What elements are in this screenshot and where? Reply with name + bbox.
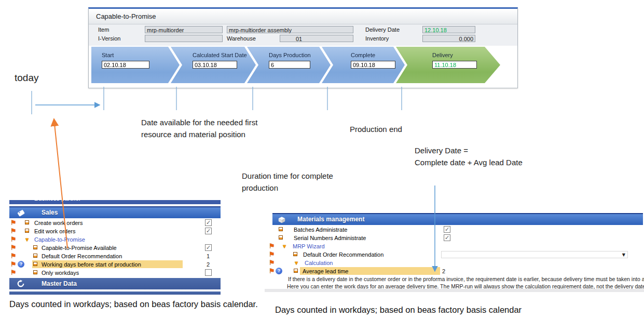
item-field[interactable]: mrp-multiorder	[145, 26, 223, 33]
materials-section-header[interactable]: Materials management	[272, 213, 643, 225]
setting-label: Default Order Recommendation	[42, 252, 122, 260]
capable-to-promise-available-checkbox[interactable]: ✓	[205, 244, 212, 251]
chevron-complete-input[interactable]: 09.10.18	[351, 61, 395, 69]
dropdown-arrow-icon: ▼	[622, 253, 625, 258]
refresh-icon	[17, 280, 25, 288]
materials-section-title: Materials management	[297, 214, 364, 225]
flag-icon: ⚑	[269, 242, 275, 250]
sales-section-title: Sales	[42, 207, 58, 218]
delivery-date-formula-line1: Delivery Date =	[415, 145, 523, 157]
row-edit-work-orders: ⚑ Edit work orders ✓	[9, 227, 221, 235]
working-days-before-start-value[interactable]: 2	[204, 261, 221, 268]
row-working-days-before-start: ⚑ ? Working days before start of product…	[9, 260, 221, 269]
row-create-work-orders: ⚑ Create work orders ✓	[9, 219, 221, 227]
inventory-label: Inventory	[365, 35, 389, 42]
serial-numbers-administrate-checkbox[interactable]: ✓	[444, 234, 450, 241]
clipped-section-bar: Business partner	[9, 200, 221, 204]
edit-work-orders-checkbox[interactable]: ✓	[205, 228, 212, 234]
flag-icon: ⚑	[269, 250, 275, 258]
package-icon	[277, 216, 286, 224]
caption-right: Days counted in workdays; based on beas …	[275, 305, 522, 315]
create-work-orders-checkbox[interactable]: ✓	[205, 219, 212, 226]
flag-icon: ⚑	[269, 259, 275, 267]
setting-bullet-icon	[279, 235, 283, 240]
expander-icon[interactable]: ▼	[283, 243, 286, 251]
flag-icon: ⚑	[10, 235, 17, 243]
flag-icon: ⚑	[10, 252, 17, 260]
setting-label: Working days before start of production	[42, 260, 141, 269]
item-description-field[interactable]: mrp-multiorder assembly	[227, 26, 353, 33]
chevron-calculated-start-input[interactable]: 03.10.18	[193, 61, 237, 69]
setting-bullet-icon	[25, 229, 29, 233]
setting-label: Default Order Recommendation	[303, 250, 383, 259]
panel-bottom-band	[265, 289, 644, 292]
tree-group-label[interactable]: Calculation	[305, 259, 333, 267]
flag-icon: ⚑	[10, 244, 17, 251]
default-order-recommendation-dropdown[interactable]: ▼	[441, 251, 628, 258]
setting-bullet-icon	[293, 252, 297, 256]
delivery-date-formula-annotation: Delivery Date = Complete date + Avg lead…	[415, 145, 523, 168]
materials-settings-panel: Materials management Batches Administrat…	[265, 211, 644, 292]
setting-bullet-icon	[25, 220, 29, 224]
row-default-order-recommendation-mm: ⚑ Default Order Recommendation ▼	[265, 250, 644, 259]
expander-icon[interactable]: ▼	[295, 259, 298, 268]
help-icon[interactable]: ?	[18, 261, 24, 268]
row-average-lead-time: ⚑ ? Average lead time 2	[265, 267, 644, 275]
chevron-start: Start 02.10.18	[91, 47, 180, 83]
chevron-complete: Complete 09.10.18	[322, 47, 405, 83]
caption-left: Days counted in workdays; based on beas …	[9, 299, 258, 309]
master-data-section-title: Master Data	[42, 278, 77, 289]
tree-group-label[interactable]: MRP Wizard	[293, 242, 325, 250]
tree-group-label[interactable]: Capable-to-Promise	[34, 235, 85, 244]
today-annotation: today	[15, 72, 38, 84]
setting-label: Only workdays	[42, 269, 79, 277]
master-data-section-header[interactable]: Master Data	[9, 278, 221, 289]
chevron-calculated-start-label: Calculated Start Date	[193, 52, 247, 58]
delivery-date-label: Delivery Date	[365, 26, 400, 33]
setting-label: Capable-to-Promise Available	[42, 244, 117, 252]
setting-bullet-icon	[33, 254, 37, 258]
item-label: Item	[98, 26, 109, 33]
setting-bullet-icon	[33, 270, 37, 274]
only-workdays-checkbox[interactable]	[205, 269, 212, 276]
chevron-days-production-input[interactable]: 6	[269, 61, 310, 69]
flag-icon: ⚑	[10, 219, 17, 227]
default-order-recommendation-value[interactable]: 1	[204, 253, 221, 260]
window-form: Item mrp-multiorder mrp-multiorder assem…	[89, 24, 517, 46]
row-capable-to-promise-available: ⚑ Capable-to-Promise Available ✓	[9, 244, 221, 252]
setting-label: Create work orders	[34, 219, 83, 227]
warehouse-field[interactable]: 01	[280, 35, 353, 42]
sales-section-header[interactable]: Sales	[9, 206, 221, 218]
duration-annotation: Duration time for complete production	[242, 170, 356, 194]
setting-label: Average lead time	[303, 267, 348, 275]
delivery-date-formula-line2: Complete date + Avg lead Date	[415, 157, 523, 169]
row-serial-numbers-administrate: Serial Numbers Administrate ✓	[265, 234, 644, 242]
capable-to-promise-window: Capable-to-Promise Item mrp-multiorder m…	[88, 7, 518, 88]
window-title: Capable-to-Promise	[89, 9, 517, 24]
average-lead-time-value[interactable]: 2	[440, 268, 619, 275]
help-icon[interactable]: ?	[276, 268, 282, 274]
chevron-calculated-start: Calculated Start Date 03.10.18	[171, 47, 256, 83]
expander-icon[interactable]: ▼	[25, 236, 29, 244]
chevron-days-production: Days Production 6	[247, 47, 331, 83]
warehouse-label: Warehouse	[227, 35, 256, 42]
chevron-start-input[interactable]: 02.10.18	[102, 61, 149, 69]
row-calculation-group: ⚑ ▼ Calculation	[265, 259, 644, 267]
tag-icon	[16, 209, 25, 217]
slide-canvas: Capable-to-Promise Item mrp-multiorder m…	[0, 0, 644, 318]
setting-bullet-icon	[33, 262, 37, 266]
next-section-sliver	[9, 292, 221, 295]
delivery-date-field[interactable]: 12.10.18	[422, 26, 475, 33]
chevron-delivery: Delivery 11.10.18	[396, 47, 500, 83]
iversion-field[interactable]	[145, 35, 223, 42]
clipped-section-label: Business partner	[34, 200, 81, 202]
setting-bullet-icon	[294, 269, 298, 273]
chevron-delivery-input[interactable]: 11.10.18	[432, 61, 477, 69]
chevron-days-production-label: Days Production	[269, 52, 311, 58]
row-mrp-wizard-group: ⚑ ▼ MRP Wizard	[265, 242, 644, 250]
batches-administrate-checkbox[interactable]: ✓	[444, 226, 450, 233]
setting-label: Edit work orders	[34, 227, 75, 235]
inventory-field[interactable]: 0.000	[422, 35, 475, 42]
row-default-order-recommendation: ⚑ Default Order Recommendation 1	[9, 252, 221, 260]
setting-label: Serial Numbers Administrate	[294, 234, 366, 242]
